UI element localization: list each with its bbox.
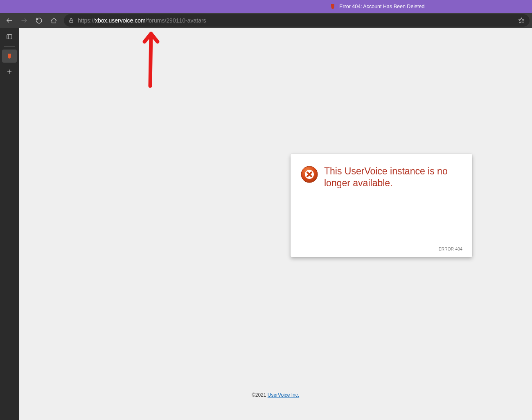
url-scheme: https [78,17,90,24]
refresh-button[interactable] [32,14,46,27]
sidebar-divider [4,46,15,47]
error-code: ERROR 404 [300,247,462,251]
favorite-button[interactable] [517,17,525,24]
address-bar[interactable]: https://xbox.uservoice.com/forums/290110… [64,14,530,27]
url-text: https://xbox.uservoice.com/forums/290110… [78,17,514,24]
window-titlebar: Error 404: Account Has Been Deleted [0,0,532,13]
footer-link[interactable]: UserVoice Inc. [268,392,299,398]
new-tab-button[interactable] [2,65,17,78]
annotation-arrow [140,29,180,90]
error-card-body: This UserVoice instance is no longer ava… [300,165,462,189]
url-path: /forums/290110-avatars [146,17,206,24]
home-button[interactable] [47,14,61,27]
tab-favicon [329,3,336,10]
vertical-tabs-toggle[interactable] [2,30,17,43]
url-host: xbox.uservoice.com [95,17,146,24]
browser-toolbar: https://xbox.uservoice.com/forums/290110… [0,13,532,28]
main-area: This UserVoice instance is no longer ava… [0,28,532,420]
vertical-tab-sidebar [0,28,19,420]
back-button[interactable] [2,14,16,27]
error-icon [300,165,318,183]
svg-rect-2 [70,20,73,22]
forward-button[interactable] [17,14,31,27]
window-title-wrap: Error 404: Account Has Been Deleted [329,3,424,10]
page-content: This UserVoice instance is no longer ava… [19,28,532,420]
window-title: Error 404: Account Has Been Deleted [339,4,424,9]
url-sep: :// [90,17,95,24]
error-message: This UserVoice instance is no longer ava… [324,165,462,189]
tab-current[interactable] [2,50,17,63]
error-card: This UserVoice instance is no longer ava… [291,154,472,257]
footer-copyright: ©2021 [252,392,268,398]
svg-rect-7 [7,35,12,39]
lock-icon [68,18,74,23]
page-footer: ©2021 UserVoice Inc. [19,392,532,398]
